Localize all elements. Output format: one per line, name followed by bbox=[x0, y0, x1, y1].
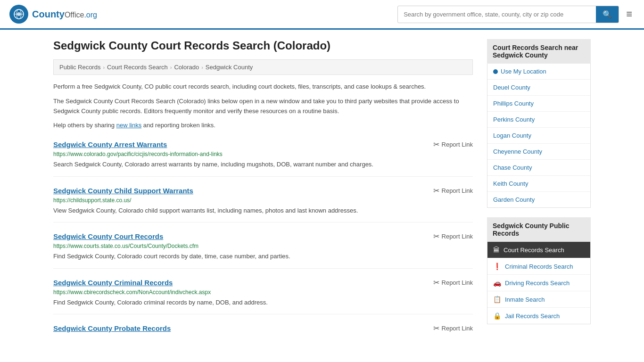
sidebar-link-label: Criminal Records Search bbox=[505, 263, 573, 270]
public-records-link[interactable]: 🔒Jail Records Search bbox=[487, 308, 590, 324]
report-link[interactable]: ✂ Report Link bbox=[433, 278, 473, 287]
public-records-link[interactable]: ❗Criminal Records Search bbox=[487, 258, 590, 275]
record-entry: Sedgwick County Probate Records ✂ Report… bbox=[53, 324, 473, 342]
header-right: 🔍 ≡ bbox=[397, 6, 635, 23]
report-icon: ✂ bbox=[433, 278, 439, 287]
sidebar-link-icon: 🔒 bbox=[493, 312, 501, 320]
nearby-counties-list: Use My Location Deuel CountyPhillips Cou… bbox=[487, 64, 591, 208]
record-url[interactable]: https://childsupport.state.co.us/ bbox=[53, 197, 473, 204]
nearby-county-link[interactable]: Deuel County bbox=[487, 80, 590, 96]
report-icon: ✂ bbox=[433, 232, 439, 241]
records-container: Sedgwick County Arrest Warrants ✂ Report… bbox=[53, 140, 473, 342]
record-title[interactable]: Sedgwick County Court Records bbox=[53, 232, 163, 240]
record-url[interactable]: https://www.cbirecordscheck.com/NonAccou… bbox=[53, 289, 473, 296]
breadcrumb-court-records-search[interactable]: Court Records Search bbox=[107, 64, 168, 71]
record-url[interactable]: https://www.colorado.gov/pacific/cicjis/… bbox=[53, 151, 473, 157]
record-title[interactable]: Sedgwick County Arrest Warrants bbox=[53, 140, 167, 148]
description-3-suffix: and reporting broken links. bbox=[141, 122, 215, 129]
record-desc: Search Sedgwick County, Colorado arrest … bbox=[53, 160, 473, 169]
record-entry: Sedgwick County Child Support Warrants ✂… bbox=[53, 186, 473, 223]
breadcrumb-colorado[interactable]: Colorado bbox=[174, 64, 199, 71]
nearby-section-title: Court Records Search near Sedgwick Count… bbox=[487, 39, 591, 64]
content-area: Sedgwick County Court Records Search (Co… bbox=[53, 39, 473, 342]
breadcrumb-public-records[interactable]: Public Records bbox=[59, 64, 100, 71]
sidebar-link-label: Driving Records Search bbox=[505, 280, 570, 287]
record-title[interactable]: Sedgwick County Probate Records bbox=[53, 324, 171, 332]
public-records-link[interactable]: 📋Inmate Search bbox=[487, 291, 590, 308]
nearby-county-link[interactable]: Keith County bbox=[487, 176, 590, 192]
public-records-link[interactable]: 🏛Court Records Search bbox=[487, 242, 590, 258]
record-entry: Sedgwick County Court Records ✂ Report L… bbox=[53, 232, 473, 269]
sidebar-link-label: Court Records Search bbox=[504, 247, 564, 254]
breadcrumb-sep-3: › bbox=[201, 65, 203, 70]
public-records-section-title: Sedgwick County Public Records bbox=[487, 217, 591, 242]
report-link[interactable]: ✂ Report Link bbox=[433, 140, 473, 149]
nearby-county-link[interactable]: Cheyenne County bbox=[487, 144, 590, 160]
breadcrumb: Public Records › Court Records Search › … bbox=[53, 59, 473, 75]
hamburger-menu-icon[interactable]: ≡ bbox=[624, 6, 635, 23]
nearby-county-link[interactable]: Logan County bbox=[487, 128, 590, 144]
record-url[interactable]: https://www.courts.state.co.us/Courts/Co… bbox=[53, 243, 473, 249]
breadcrumb-sep-1: › bbox=[103, 65, 105, 70]
report-link[interactable]: ✂ Report Link bbox=[433, 324, 473, 333]
page-title: Sedgwick County Court Records Search (Co… bbox=[53, 39, 473, 52]
logo-icon bbox=[9, 5, 28, 24]
record-header: Sedgwick County Arrest Warrants ✂ Report… bbox=[53, 140, 473, 149]
use-my-location[interactable]: Use My Location bbox=[487, 64, 590, 80]
logo-text: CountyOffice.org bbox=[32, 9, 97, 20]
record-header: Sedgwick County Criminal Records ✂ Repor… bbox=[53, 278, 473, 287]
record-entry: Sedgwick County Criminal Records ✂ Repor… bbox=[53, 278, 473, 315]
search-input[interactable] bbox=[398, 7, 596, 22]
site-header: CountyOffice.org 🔍 ≡ bbox=[0, 0, 644, 30]
nearby-county-link[interactable]: Chase County bbox=[487, 160, 590, 176]
description-3: Help others by sharing new links and rep… bbox=[53, 121, 473, 131]
nearby-county-link[interactable]: Perkins County bbox=[487, 112, 590, 128]
record-header: Sedgwick County Probate Records ✂ Report… bbox=[53, 324, 473, 333]
record-header: Sedgwick County Court Records ✂ Report L… bbox=[53, 232, 473, 241]
nearby-counties-items: Deuel CountyPhillips CountyPerkins Count… bbox=[487, 80, 590, 207]
sidebar-link-icon: 🚗 bbox=[493, 279, 501, 287]
report-icon: ✂ bbox=[433, 140, 439, 149]
report-link[interactable]: ✂ Report Link bbox=[433, 186, 473, 195]
record-desc: Find Sedgwick County, Colorado criminal … bbox=[53, 298, 473, 307]
public-records-link[interactable]: 🚗Driving Records Search bbox=[487, 275, 590, 291]
record-desc: View Sedgwick County, Colorado child sup… bbox=[53, 206, 473, 215]
record-desc: Find Sedgwick County, Colorado court rec… bbox=[53, 252, 473, 261]
report-icon: ✂ bbox=[433, 186, 439, 195]
report-icon: ✂ bbox=[433, 324, 439, 333]
public-records-links-items: 🏛Court Records Search❗Criminal Records S… bbox=[487, 242, 590, 324]
record-title[interactable]: Sedgwick County Child Support Warrants bbox=[53, 187, 193, 195]
sidebar-link-icon: 🏛 bbox=[493, 246, 500, 254]
location-icon bbox=[493, 69, 498, 74]
record-title[interactable]: Sedgwick County Criminal Records bbox=[53, 279, 173, 287]
report-link[interactable]: ✂ Report Link bbox=[433, 232, 473, 241]
nearby-county-link[interactable]: Phillips County bbox=[487, 96, 590, 112]
breadcrumb-current: Sedgwick County bbox=[206, 64, 253, 71]
sidebar-link-icon: 📋 bbox=[493, 296, 501, 303]
sidebar-link-icon: ❗ bbox=[493, 263, 501, 270]
record-header: Sedgwick County Child Support Warrants ✂… bbox=[53, 186, 473, 195]
search-button[interactable]: 🔍 bbox=[596, 6, 619, 23]
search-bar: 🔍 bbox=[397, 6, 619, 23]
public-records-links: 🏛Court Records Search❗Criminal Records S… bbox=[487, 242, 591, 324]
new-links-link[interactable]: new links bbox=[116, 122, 141, 129]
sidebar-link-label: Jail Records Search bbox=[505, 313, 560, 320]
record-entry: Sedgwick County Arrest Warrants ✂ Report… bbox=[53, 140, 473, 177]
main-container: Sedgwick County Court Records Search (Co… bbox=[39, 30, 605, 351]
description-3-prefix: Help others by sharing bbox=[53, 122, 116, 129]
logo-area: CountyOffice.org bbox=[9, 5, 97, 24]
sidebar: Court Records Search near Sedgwick Count… bbox=[487, 39, 591, 342]
breadcrumb-sep-2: › bbox=[170, 65, 172, 70]
nearby-county-link[interactable]: Garden County bbox=[487, 192, 590, 207]
sidebar-link-label: Inmate Search bbox=[505, 296, 545, 303]
description-1: Perform a free Sedgwick County, CO publi… bbox=[53, 82, 473, 92]
description-2: The Sedgwick County Court Records Search… bbox=[53, 97, 473, 116]
use-my-location-label: Use My Location bbox=[501, 68, 546, 75]
